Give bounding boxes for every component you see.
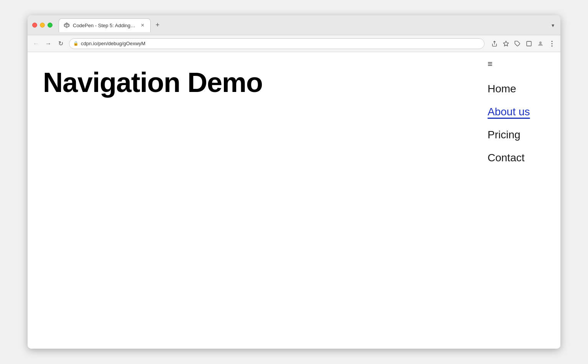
nav-item-about[interactable]: About us (488, 100, 549, 123)
forward-button[interactable]: → (43, 38, 54, 49)
codepen-tab-icon (64, 22, 70, 28)
side-nav-menu: ≡ Home About us Pricing Contact (476, 52, 560, 349)
main-content: Navigation Demo (28, 52, 476, 349)
title-bar: CodePen - Step 5: Adding a bu ✕ + ▾ (28, 15, 560, 35)
svg-marker-6 (503, 41, 508, 46)
nav-bar: ← → ↻ 🔒 cdpn.io/pen/debug/gOexwyM (28, 35, 560, 52)
page-content: Navigation Demo ≡ Home About us Pricing … (28, 52, 560, 349)
hamburger-icon[interactable]: ≡ (488, 60, 549, 68)
reader-button[interactable] (524, 38, 534, 49)
nav-item-contact[interactable]: Contact (488, 146, 549, 169)
nav-item-home[interactable]: Home (488, 77, 549, 100)
nav-item-pricing[interactable]: Pricing (488, 123, 549, 146)
svg-point-11 (552, 43, 553, 44)
url-text: cdpn.io/pen/debug/gOexwyM (81, 41, 480, 46)
profile-button[interactable] (535, 38, 546, 49)
active-tab[interactable]: CodePen - Step 5: Adding a bu ✕ (59, 18, 151, 32)
tab-close-button[interactable]: ✕ (140, 22, 146, 28)
browser-window: CodePen - Step 5: Adding a bu ✕ + ▾ ← → … (28, 15, 560, 349)
minimize-button[interactable] (40, 23, 45, 28)
traffic-lights (32, 23, 53, 28)
page-heading: Navigation Demo (43, 67, 263, 98)
bookmark-button[interactable] (501, 38, 511, 49)
reload-button[interactable]: ↻ (55, 38, 66, 49)
nav-menu-items: Home About us Pricing Contact (488, 77, 549, 169)
svg-point-10 (552, 41, 553, 42)
nav-actions (489, 38, 557, 49)
maximize-button[interactable] (48, 23, 53, 28)
tab-bar: CodePen - Step 5: Adding a bu ✕ + ▾ (59, 18, 556, 32)
tab-title: CodePen - Step 5: Adding a bu (73, 23, 136, 28)
lock-icon: 🔒 (73, 41, 79, 46)
extensions-button[interactable] (512, 38, 523, 49)
svg-point-9 (539, 41, 541, 43)
close-button[interactable] (32, 23, 37, 28)
tab-bar-end: ▾ (550, 21, 556, 30)
back-button[interactable]: ← (31, 38, 41, 49)
more-button[interactable] (547, 38, 557, 49)
address-bar[interactable]: 🔒 cdpn.io/pen/debug/gOexwyM (69, 38, 485, 49)
new-tab-button[interactable]: + (152, 20, 163, 31)
tab-dropdown-button[interactable]: ▾ (550, 21, 556, 30)
share-button[interactable] (489, 38, 500, 49)
svg-point-12 (552, 45, 553, 46)
svg-rect-8 (527, 41, 531, 46)
